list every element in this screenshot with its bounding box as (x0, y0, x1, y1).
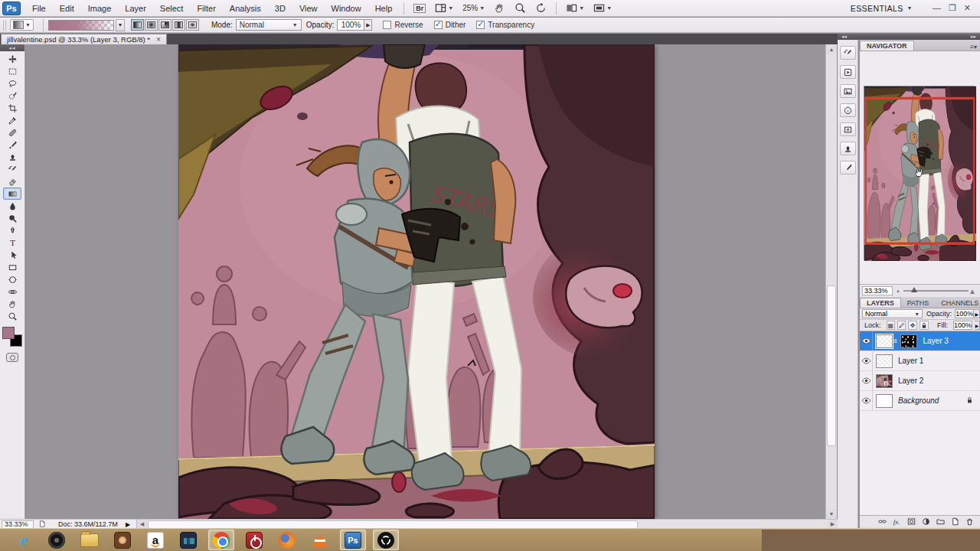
layer-thumbnail[interactable] (876, 394, 893, 408)
menu-window[interactable]: Window (325, 0, 368, 16)
canvas-artwork[interactable] (178, 44, 655, 519)
rectangle-shape-tool[interactable] (3, 261, 21, 273)
zoom-in-icon[interactable]: ▲ (969, 287, 976, 295)
visibility-eye-icon[interactable] (860, 331, 873, 350)
menu-image[interactable]: Image (81, 0, 119, 16)
document-tab[interactable]: jillvalentine.psd @ 33.3% (Layer 3, RGB/… (1, 34, 167, 44)
vertical-scrollbar[interactable]: ▲ ▼ (825, 44, 837, 519)
lock-position-icon[interactable]: ✥ (908, 321, 916, 330)
layer-row-layer1[interactable]: Layer 1 (860, 351, 980, 371)
rectangular-marquee-tool[interactable] (3, 65, 21, 77)
layer-name[interactable]: Layer 1 (898, 357, 923, 365)
menu-help[interactable]: Help (368, 0, 400, 16)
history-brush-tool[interactable] (3, 163, 21, 175)
move-tool[interactable] (3, 53, 21, 65)
actions-panel-icon[interactable] (840, 65, 856, 79)
masks-panel-icon[interactable] (840, 122, 856, 136)
reflected-gradient-button[interactable] (172, 19, 185, 31)
arrange-documents-button[interactable]: ▼ (562, 2, 588, 15)
menu-view[interactable]: View (292, 0, 325, 16)
menu-analysis[interactable]: Analysis (223, 0, 268, 16)
gradient-picker-dropdown[interactable]: ▼ (116, 19, 125, 31)
3d-orbit-tool[interactable] (3, 285, 21, 298)
workspace-switcher[interactable]: ESSENTIALS▼ (842, 2, 921, 15)
horizontal-scroll-thumb[interactable] (148, 520, 638, 529)
layer-name[interactable]: Layer 3 (923, 337, 948, 345)
linear-gradient-button[interactable] (131, 19, 144, 31)
pen-tool[interactable] (3, 224, 21, 236)
taskbar-power-recorder[interactable] (241, 530, 267, 550)
menu-select[interactable]: Select (153, 0, 191, 16)
delete-layer-icon[interactable] (963, 517, 975, 527)
menu-layer[interactable]: Layer (118, 0, 153, 16)
visibility-eye-icon[interactable] (860, 371, 873, 390)
lasso-tool[interactable] (3, 77, 21, 90)
taskbar-obs[interactable] (373, 530, 399, 550)
menu-3d[interactable]: 3D (268, 0, 292, 16)
layer-row-layer3[interactable]: 8 Layer 3 (860, 331, 980, 351)
layer-style-icon[interactable]: fx. (890, 517, 903, 527)
layer-fill-stepper[interactable]: ▶ (975, 321, 980, 330)
reverse-checkbox[interactable]: Reverse (383, 21, 423, 29)
tab-layers[interactable]: LAYERS (860, 298, 901, 308)
taskbar-firefox[interactable] (274, 530, 300, 550)
foreground-color-swatch[interactable] (2, 327, 15, 339)
layer-name[interactable]: Background (898, 396, 939, 405)
tool-preset-picker[interactable]: ▼ (10, 19, 34, 31)
launch-bridge-button[interactable]: Br (410, 2, 430, 15)
layer-row-background[interactable]: Background (860, 391, 980, 411)
canvas-area[interactable] (26, 44, 825, 519)
panel-dock-header[interactable]: ◂◂▸▸ (838, 34, 980, 40)
path-selection-tool[interactable] (3, 249, 21, 261)
dither-checkbox[interactable]: Dither (434, 21, 466, 29)
new-layer-icon[interactable] (949, 517, 961, 527)
close-button[interactable]: ✕ (964, 3, 971, 13)
blur-tool[interactable] (3, 200, 21, 212)
scroll-up-icon[interactable]: ▲ (826, 44, 837, 54)
navigator-zoom-slider[interactable] (903, 290, 969, 292)
quick-selection-tool[interactable] (3, 90, 21, 102)
layer-row-layer2[interactable]: Layer 2 (860, 371, 980, 391)
navigator-thumbnail[interactable] (864, 86, 975, 260)
layer-opacity-stepper[interactable]: ▶ (974, 309, 980, 318)
panel-menu-icon[interactable]: ≡▾ (970, 44, 977, 51)
layer-thumbnail[interactable] (876, 374, 893, 388)
type-tool[interactable]: T (3, 236, 21, 249)
layer-mask-thumbnail[interactable] (900, 334, 917, 348)
view-extras-button[interactable]: ▼ (431, 2, 457, 15)
layer-thumbnail[interactable] (876, 334, 893, 348)
scroll-down-icon[interactable]: ▼ (826, 509, 837, 519)
taskbar-media-player[interactable] (44, 530, 70, 550)
lock-all-icon[interactable] (920, 321, 929, 330)
toolbox-header[interactable]: ◂◂ (0, 44, 24, 51)
lock-image-pixels-icon[interactable]: 🖉 (897, 321, 906, 330)
link-layers-icon[interactable] (876, 517, 888, 527)
clone-stamp-tool[interactable] (3, 151, 21, 163)
menu-file[interactable]: File (25, 0, 53, 16)
zoom-tool-shortcut[interactable] (511, 2, 530, 15)
spot-healing-tool[interactable] (3, 126, 21, 139)
status-zoom-field[interactable]: 33.33% (2, 520, 34, 529)
visibility-eye-icon[interactable] (860, 351, 873, 370)
zoom-slider-thumb[interactable] (911, 287, 917, 292)
taskbar-windows-explorer[interactable] (77, 530, 103, 550)
dodge-tool[interactable] (3, 212, 21, 224)
zoom-tool[interactable] (3, 310, 21, 322)
visibility-eye-icon[interactable] (860, 391, 873, 410)
layer-fill-value[interactable]: 100% (953, 321, 972, 330)
layer-name[interactable]: Layer 2 (898, 377, 923, 385)
menu-filter[interactable]: Filter (190, 0, 222, 16)
transparency-checkbox[interactable]: Transparency (476, 21, 534, 29)
crop-tool[interactable] (3, 102, 21, 114)
zoom-level-dropdown[interactable]: 25%▼ (459, 2, 488, 15)
eraser-tool[interactable] (3, 175, 21, 187)
brush-tool[interactable] (3, 139, 21, 151)
hand-tool[interactable] (3, 298, 21, 310)
close-tab-icon[interactable]: × (156, 35, 161, 44)
minimize-button[interactable]: — (933, 3, 941, 13)
eyedropper-tool[interactable] (3, 114, 21, 126)
gradient-tool[interactable] (3, 187, 21, 200)
add-layer-mask-icon[interactable] (905, 517, 917, 527)
lock-transparent-pixels-icon[interactable]: ▦ (887, 321, 895, 330)
tab-channels[interactable]: CHANNELS (935, 298, 980, 308)
